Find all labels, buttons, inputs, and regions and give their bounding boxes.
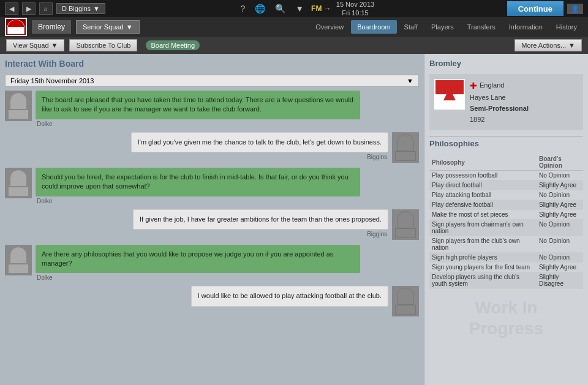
message-text: Are there any philosophies that you woul… [42,250,333,267]
tab-history[interactable]: History [550,20,583,34]
tab-information[interactable]: Information [503,20,549,34]
tab-players[interactable]: Players [425,20,460,34]
manager-selector[interactable]: D Biggins ▼ [56,3,105,14]
wip-overlay: Work In Progress [429,297,583,338]
avatar-name: Dolke [36,198,360,204]
user-icon[interactable]: 👤 [567,4,583,14]
chat-bubble: I would like to be allowed to play attac… [191,286,388,306]
avatar-name: Biggins [133,231,388,237]
message-text: The board are pleased that you have take… [42,96,353,113]
more-actions-label: More Actions... [521,42,566,49]
view-squad-dropdown-icon: ▼ [51,42,58,49]
club-country: England [480,80,504,91]
chat-row: The board are pleased that you have take… [5,91,419,127]
manager-name: D Biggins [62,5,91,12]
philosophy-cell: Play defensive football [429,200,537,210]
left-panel: Interact With Board Friday 15th November… [0,54,424,385]
tab-overview[interactable]: Overview [309,20,350,34]
chat-messages: The board are pleased that you have take… [5,91,419,380]
table-row: Play possession footballNo Opinion [429,171,583,181]
opinion-cell: Slightly Disagree [537,272,583,289]
chat-bubble: The board are pleased that you have take… [36,91,360,119]
message-text: I'm glad you've given me the chance to t… [138,138,382,146]
table-row: Make the most of set piecesSlightly Agre… [429,210,583,220]
philosophy-cell: Sign players from chairman's own nation [429,220,537,236]
message-text: Should you be hired, the expectation is … [42,173,349,190]
philosophy-table: Philosophy Board's Opinion Play possessi… [429,154,583,289]
date-display: 15 Nov 2013 [336,0,374,9]
chat-bubble-wrapper: The board are pleased that you have take… [36,91,360,127]
datetime-display: 15 Nov 2013 Fri 10:15 [336,0,374,17]
tab-boardroom[interactable]: Boardroom [351,20,396,34]
philosophy-cell: Develop players using the club's youth s… [429,272,537,289]
third-bar: View Squad ▼ Subscribe To Club Board Mee… [0,37,588,54]
right-panel: Bromley ✚ England Hayes Lane Semi-Profes… [424,54,588,385]
manager-dropdown-icon: ▼ [93,5,100,12]
back-button[interactable]: ◀ [5,2,18,15]
search-icon[interactable]: 🔍 [273,2,288,15]
club-flag: ✚ England [470,79,529,92]
subscribe-button[interactable]: Subscribe To Club [69,39,137,51]
squad-selector[interactable]: Senior Squad ▼ [76,20,140,34]
date-dropdown[interactable]: Friday 15th November 2013 ▼ [5,75,419,87]
continue-button[interactable]: Continue [507,1,564,16]
interact-title: Interact With Board [5,59,419,71]
philosophies-title: Philosophies [429,136,583,151]
club-info-box: ✚ England Hayes Lane Semi-Professional 1… [429,74,583,130]
squad-dropdown-icon: ▼ [126,23,133,31]
search-dropdown-icon[interactable]: ▼ [293,2,306,15]
more-actions-button[interactable]: More Actions... ▼ [514,39,582,51]
table-row: Develop players using the club's youth s… [429,272,583,289]
col-philosophy: Philosophy [429,154,537,171]
avatar-name: Dolke [36,121,360,127]
chat-row: If given the job, I have far greater amb… [5,209,419,240]
globe-icon[interactable]: 🌐 [252,2,268,15]
club-name-button[interactable]: Bromley [32,20,71,34]
chat-row: Are there any philosophies that you woul… [5,245,419,282]
avatar [392,286,419,316]
topbar-left: ◀ ▶ ⌂ D Biggins ▼ [5,2,105,15]
club-crest [434,79,465,110]
table-row: Play defensive footballSlightly Agree [429,200,583,210]
tab-staff[interactable]: Staff [398,20,424,34]
opinion-cell: Slightly Agree [537,210,583,220]
avatar [5,91,32,121]
table-row: Sign young players for the first teamSli… [429,263,583,272]
chat-bubble-wrapper: Should you be hired, the expectation is … [36,168,360,204]
col-opinion: Board's Opinion [537,154,583,171]
squad-label: Senior Squad [83,23,124,31]
chat-bubble-wrapper: If given the job, I have far greater amb… [133,209,388,237]
opinion-cell: No Opinion [537,190,583,200]
time-display: Fri 10:15 [336,9,374,17]
home-button[interactable]: ⌂ [39,2,53,15]
flag-icon: ✚ [470,79,477,92]
board-meeting-badge: Board Meeting [146,40,200,50]
top-bar: ◀ ▶ ⌂ D Biggins ▼ ? 🌐 🔍 ▼ FM → 15 Nov 20… [0,0,588,17]
tab-transfers[interactable]: Transfers [461,20,502,34]
opinion-cell: Slightly Agree [537,181,583,190]
help-icon[interactable]: ? [238,2,247,15]
chat-bubble-wrapper: I'm glad you've given me the chance to t… [131,132,388,160]
chat-row: I would like to be allowed to play attac… [5,286,419,316]
view-squad-label: View Squad [13,42,49,49]
avatar-name: Biggins [131,154,388,160]
view-squad-button[interactable]: View Squad ▼ [6,39,64,51]
chat-row: Should you be hired, the expectation is … [5,168,419,204]
subscribe-label: Subscribe To Club [76,42,130,49]
message-text: I would like to be allowed to play attac… [198,292,382,299]
forward-button[interactable]: ▶ [22,2,36,15]
message-text: If given the job, I have far greater amb… [140,215,382,223]
chat-bubble-wrapper: Are there any philosophies that you woul… [36,245,360,282]
more-actions-icon: ▼ [568,42,575,49]
table-row: Play direct footballSlightly Agree [429,181,583,190]
table-row: Sign players from chairman's own nationN… [429,220,583,236]
table-row: Play attacking footballNo Opinion [429,190,583,200]
avatar [392,132,419,163]
avatar [5,168,32,198]
date-dropdown-icon: ▼ [407,77,413,84]
club-section-title: Bromley [429,59,583,70]
date-dropdown-label: Friday 15th November 2013 [10,77,94,84]
topbar-right: Continue 👤 [507,1,583,16]
avatar-name: Dolke [36,274,360,281]
philosophy-cell: Play direct football [429,181,537,190]
